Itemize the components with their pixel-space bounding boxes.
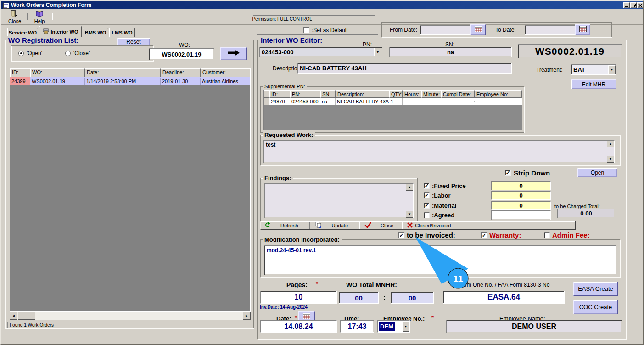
sup-col-desc[interactable]: Description: bbox=[336, 90, 389, 98]
wo-search-input[interactable]: WS0002.01.19 bbox=[149, 48, 214, 60]
agreed-field[interactable] bbox=[491, 210, 551, 220]
treatment-combobox[interactable]: BAT ▼ bbox=[571, 64, 616, 75]
help-book-icon bbox=[35, 11, 44, 18]
refresh-action[interactable]: Refresh bbox=[264, 222, 298, 229]
chevron-down-icon[interactable]: ▼ bbox=[403, 321, 409, 332]
mnhr-minutes-field[interactable]: 00 bbox=[391, 292, 434, 304]
findings-scrollbar[interactable]: ▲ ▼ bbox=[406, 184, 413, 218]
col-header-date[interactable]: Date: bbox=[85, 68, 161, 77]
admin-fee-checkbox[interactable] bbox=[544, 232, 550, 238]
sup-col-sn[interactable]: SN: bbox=[320, 90, 336, 98]
radio-close[interactable] bbox=[65, 51, 71, 56]
warranty-checkbox[interactable]: ✓ bbox=[481, 232, 487, 238]
scroll-left-arrow[interactable]: ◄ bbox=[10, 312, 17, 320]
sup-col-hours[interactable]: Hours: bbox=[403, 90, 421, 98]
tab-lms-wo[interactable]: LMS WO bbox=[109, 28, 135, 37]
permission-value: FULL CONTROL bbox=[275, 15, 316, 23]
help-button[interactable]: Help bbox=[29, 10, 50, 24]
edit-mhr-button[interactable]: Edit MHR bbox=[571, 79, 616, 89]
scroll-down-arrow[interactable]: ▼ bbox=[607, 156, 614, 163]
sup-col-minute[interactable]: Minute: bbox=[421, 90, 441, 98]
close-window-button[interactable] bbox=[637, 2, 644, 8]
col-header-customer[interactable]: Customer: bbox=[201, 68, 250, 77]
pages-field[interactable]: 10 bbox=[260, 291, 337, 304]
scroll-thumb[interactable] bbox=[18, 312, 35, 320]
pages-label: Pages: bbox=[286, 281, 308, 288]
sup-col-compl[interactable]: Compl Date: bbox=[441, 90, 475, 98]
sup-col-pn[interactable]: PN: bbox=[290, 90, 320, 98]
title-bar[interactable]: Work Orders Completion Form bbox=[1, 1, 643, 9]
supplemental-row[interactable]: 24870 024453-000 na NI-CAD BATTERY 43AH … bbox=[264, 98, 522, 105]
reset-button[interactable]: Reset bbox=[117, 38, 150, 46]
cell-id: 24399 bbox=[10, 77, 30, 85]
agreed-checkbox[interactable] bbox=[424, 212, 430, 218]
scroll-down-arrow[interactable]: ▼ bbox=[406, 211, 413, 218]
calendar-icon bbox=[475, 26, 482, 34]
wo-list-row-selected[interactable]: 24399 WS0002.01.19 1/14/2019 2:53:00 PM … bbox=[10, 77, 250, 85]
scroll-up-arrow[interactable]: ▲ bbox=[406, 184, 413, 191]
cell-wo: WS0002.01.19 bbox=[30, 78, 85, 85]
mnhr-hours-field[interactable]: 00 bbox=[339, 292, 379, 304]
close-record-action[interactable]: Close bbox=[364, 222, 393, 229]
requested-work-textarea[interactable]: test bbox=[263, 140, 615, 163]
from-date-input[interactable] bbox=[420, 25, 479, 35]
easa-create-button[interactable]: EASA Create bbox=[573, 282, 618, 296]
strip-down-checkbox[interactable]: ✓ bbox=[505, 170, 511, 176]
scroll-right-arrow[interactable]: ► bbox=[243, 312, 251, 320]
to-date-picker-button[interactable] bbox=[575, 24, 590, 35]
col-header-wo[interactable]: WO: bbox=[30, 68, 85, 77]
tab-service-wo[interactable]: Service WO bbox=[7, 28, 38, 37]
employee-no-combobox[interactable]: DEM ▼ bbox=[377, 320, 410, 333]
go-button[interactable] bbox=[220, 47, 247, 60]
modification-textarea[interactable]: mod.24-45-01 rev.1 bbox=[264, 245, 616, 275]
chevron-down-icon[interactable]: ▼ bbox=[608, 65, 616, 74]
chevron-down-icon[interactable]: ▼ bbox=[374, 48, 381, 56]
printer-icon bbox=[43, 28, 49, 35]
material-field[interactable]: 0 bbox=[491, 201, 551, 210]
form-one-field[interactable]: EASA.64 bbox=[443, 291, 565, 304]
fixed-price-field[interactable]: 0 bbox=[491, 181, 551, 190]
material-checkbox[interactable]: ✓ bbox=[424, 203, 430, 209]
wo-list-table: ID: WO: Date: Deadline: Customer: 24399 … bbox=[10, 68, 251, 312]
closed-invoiced-action[interactable]: Closed/Invoiced bbox=[407, 222, 451, 229]
requested-work-scrollbar[interactable]: ▲ ▼ bbox=[607, 141, 614, 163]
wo-list-hscrollbar[interactable]: ◄ ► bbox=[10, 312, 251, 320]
tab-interior-wo[interactable]: Interior WO bbox=[39, 26, 82, 37]
app-window: Work Orders Completion Form Close Help P… bbox=[0, 0, 644, 345]
tab-bms-wo[interactable]: BMS WO bbox=[83, 28, 108, 37]
to-date-input[interactable] bbox=[525, 25, 583, 35]
coc-create-button[interactable]: COC Create bbox=[573, 300, 618, 314]
description-field[interactable]: NI-CAD BATTERY 43AH bbox=[297, 63, 512, 74]
fixed-price-checkbox[interactable]: ✓ bbox=[424, 183, 430, 189]
sn-field[interactable]: na bbox=[389, 47, 512, 57]
sup-col-emp[interactable]: Employee No: bbox=[475, 90, 522, 98]
sup-col-id[interactable]: ID: bbox=[269, 90, 290, 98]
from-date-picker-button[interactable] bbox=[470, 24, 486, 35]
scroll-up-arrow[interactable]: ▲ bbox=[607, 141, 614, 147]
red-cross-icon bbox=[407, 222, 413, 229]
col-header-deadline[interactable]: Deadline: bbox=[161, 68, 201, 77]
open-button[interactable]: Open bbox=[577, 168, 617, 177]
sup-col-qty[interactable]: QTY: bbox=[389, 90, 403, 98]
wo-list-header-row: ID: WO: Date: Deadline: Customer: bbox=[10, 68, 250, 77]
close-form-button[interactable]: Close bbox=[5, 10, 25, 24]
col-header-id[interactable]: ID: bbox=[10, 68, 30, 77]
date-field[interactable]: 14.08.24 bbox=[260, 320, 337, 333]
labor-checkbox[interactable]: ✓ bbox=[424, 192, 430, 198]
close-form-label: Close bbox=[8, 18, 21, 24]
interior-editor-title: Interior WO Editor: bbox=[259, 36, 324, 44]
to-be-invoiced-checkbox[interactable]: ✓ bbox=[398, 232, 404, 238]
minimize-button[interactable] bbox=[623, 2, 630, 8]
findings-title: Findings: bbox=[263, 175, 293, 181]
radio-open[interactable] bbox=[18, 51, 24, 56]
pn-combobox[interactable]: 024453-000 ▼ bbox=[259, 47, 382, 57]
supplemental-table: ID: PN: SN: Description: QTY: Hours: Min… bbox=[263, 90, 522, 130]
findings-textarea[interactable] bbox=[264, 183, 414, 218]
restore-button[interactable] bbox=[630, 2, 637, 8]
update-action[interactable]: Update bbox=[315, 222, 348, 229]
set-default-checkbox[interactable] bbox=[303, 27, 309, 33]
employee-name-field: DEMO USER bbox=[446, 320, 622, 333]
time-field[interactable]: 17:43 bbox=[340, 320, 374, 333]
wo-registration-title: WO Registration List: bbox=[6, 36, 80, 44]
labor-field[interactable]: 0 bbox=[491, 191, 551, 200]
